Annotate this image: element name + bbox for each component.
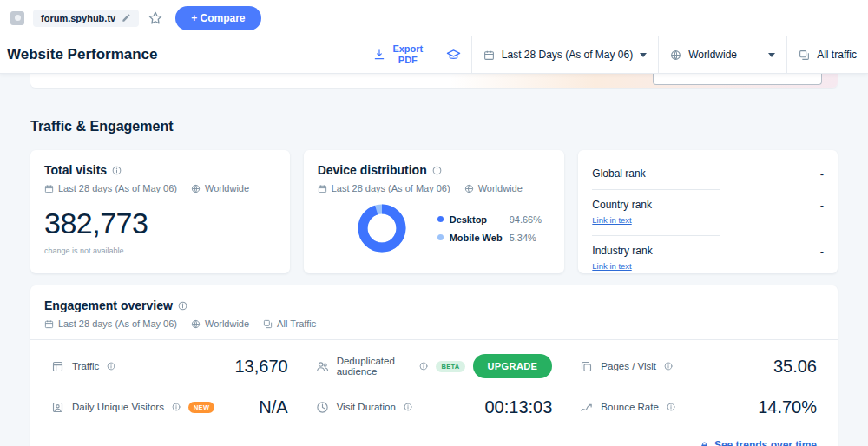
calendar-icon: [44, 184, 54, 193]
channels-icon: [263, 319, 273, 329]
date-range-selector[interactable]: Last 28 Days (As of May 06): [471, 36, 658, 73]
info-icon[interactable]: [432, 166, 442, 175]
bounce-rate-icon: [580, 401, 593, 414]
metric-value: 35.06: [773, 357, 817, 377]
topbar: forum.spyhub.tv + Compare: [0, 0, 868, 36]
domain-chip[interactable]: forum.spyhub.tv: [33, 10, 139, 27]
edit-icon[interactable]: [122, 13, 131, 23]
divider: [592, 235, 720, 236]
channels-icon: [799, 49, 810, 61]
beta-badge: BETA: [436, 361, 464, 372]
rank-value: -: [820, 245, 824, 258]
export-pdf-label: Export PDF: [391, 43, 425, 65]
rank-label: Country rank: [592, 199, 652, 211]
legend-label: Desktop: [450, 214, 503, 225]
metric-bounce-rate: Bounce Rate 14.70%: [566, 387, 831, 427]
legend-item-desktop: Desktop 94.66%: [437, 214, 542, 225]
device-donut-chart: [358, 204, 406, 253]
favorite-star-icon[interactable]: [148, 10, 163, 26]
device-distribution-title: Device distribution: [318, 163, 427, 177]
info-icon[interactable]: [664, 362, 673, 371]
region-selector[interactable]: Worldwide: [658, 36, 786, 73]
legend-item-mobile-web: Mobile Web 5.34%: [437, 233, 542, 243]
country-rank-link[interactable]: Link in text: [592, 215, 631, 225]
academy-icon[interactable]: [436, 36, 471, 73]
rank-card: Global rank - Country rank Link in text …: [578, 150, 838, 273]
chevron-down-icon: [640, 53, 647, 57]
device-distribution-region: Worldwide: [478, 183, 523, 193]
industry-rank-link[interactable]: Link in text: [592, 261, 631, 271]
region-label: Worldwide: [688, 49, 737, 61]
traffic-channel-selector[interactable]: All traffic: [786, 36, 868, 73]
metric-deduplicated-audience: Deduplicated audience BETA UPGRADE: [302, 345, 567, 387]
traffic-icon: [51, 360, 64, 373]
page-title: Website Performance: [7, 46, 158, 63]
total-visits-card: Total visits Last 28 days (As of May 06)…: [30, 150, 290, 273]
info-icon[interactable]: [419, 362, 428, 371]
export-pdf-button[interactable]: Export PDF: [363, 36, 436, 73]
rank-row-country: Country rank Link in text -: [592, 194, 824, 231]
metric-label: Daily Unique Visitors: [72, 402, 164, 412]
info-icon[interactable]: [172, 403, 181, 411]
domain-label: forum.spyhub.tv: [41, 13, 115, 23]
header-controls: Export PDF Last 28 Days (As of May 06) W…: [363, 36, 868, 73]
globe-icon: [191, 184, 201, 193]
metric-value: 14.70%: [758, 397, 817, 417]
info-icon[interactable]: [178, 301, 187, 311]
rank-label: Global rank: [592, 167, 645, 180]
rank-value: -: [820, 167, 824, 180]
info-icon[interactable]: [667, 403, 675, 411]
see-trends-link[interactable]: See trends over time: [714, 439, 817, 446]
metric-traffic: Traffic 13,670: [37, 345, 302, 387]
engagement-channel: All Traffic: [277, 318, 316, 329]
device-distribution-card: Device distribution Last 28 days (As of …: [304, 150, 565, 273]
info-icon[interactable]: [112, 166, 122, 175]
compare-button[interactable]: + Compare: [175, 6, 260, 30]
metric-value: 13,670: [234, 357, 287, 377]
page-header: Website Performance Export PDF Last 28 D…: [0, 36, 868, 74]
divider: [592, 189, 720, 190]
calendar-icon: [483, 49, 495, 61]
info-icon[interactable]: [404, 403, 412, 411]
lock-icon: [700, 441, 709, 446]
rank-label: Industry rank: [592, 245, 652, 257]
metric-label: Bounce Rate: [601, 402, 659, 412]
audience-icon: [316, 360, 329, 373]
info-icon[interactable]: [107, 362, 115, 371]
summary-cards-row: Total visits Last 28 days (As of May 06)…: [30, 150, 838, 273]
rank-row-global: Global rank -: [592, 163, 824, 185]
metric-value: N/A: [259, 397, 287, 417]
legend-dot: [437, 234, 444, 240]
globe-icon: [464, 184, 474, 193]
globe-icon: [191, 319, 201, 329]
change-note: change is not available: [44, 246, 276, 255]
unique-visitors-icon: [51, 401, 64, 414]
cut-off-panel: [653, 74, 822, 85]
metric-label: Deduplicated audience: [337, 356, 412, 377]
download-icon: [373, 49, 385, 61]
rank-row-industry: Industry rank Link in text -: [592, 240, 824, 277]
section-title: Traffic & Engagement: [30, 119, 868, 134]
metric-visit-duration: Visit Duration 00:13:03: [302, 387, 567, 427]
metric-label: Traffic: [72, 361, 99, 371]
date-range-label: Last 28 Days (As of May 06): [502, 49, 633, 61]
metric-daily-unique-visitors: Daily Unique Visitors NEW N/A: [37, 387, 302, 427]
main-content: Traffic & Engagement Total visits Last 2…: [0, 74, 868, 446]
calendar-icon: [318, 184, 327, 193]
rank-value: -: [820, 199, 824, 212]
total-visits-title: Total visits: [44, 163, 107, 177]
previous-section-remnant: [30, 74, 838, 88]
metric-value: 00:13:03: [484, 397, 552, 417]
chevron-down-icon: [768, 53, 775, 57]
calendar-icon: [44, 319, 54, 329]
engagement-title: Engagement overview: [44, 298, 173, 312]
upgrade-button[interactable]: UPGRADE: [473, 354, 553, 378]
total-visits-date: Last 28 days (As of May 06): [58, 183, 177, 193]
metric-label: Pages / Visit: [601, 361, 656, 371]
pages-per-visit-icon: [580, 360, 593, 373]
engagement-region: Worldwide: [205, 318, 249, 329]
globe-icon: [670, 49, 681, 61]
total-visits-region: Worldwide: [205, 183, 249, 193]
trends-row: See trends over time: [30, 432, 838, 446]
legend-dot: [437, 216, 444, 222]
